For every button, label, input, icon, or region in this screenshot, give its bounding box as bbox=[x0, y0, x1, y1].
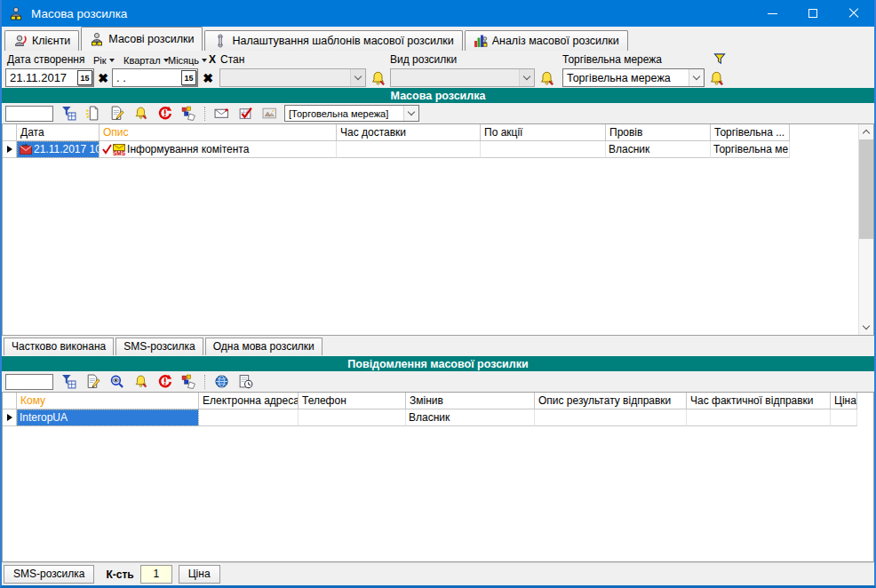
cell-conducted[interactable]: Власник bbox=[606, 141, 711, 158]
close-icon bbox=[848, 8, 859, 19]
tab-one-language[interactable]: Одна мова розсилки bbox=[205, 338, 323, 356]
quick-filter-icon[interactable] bbox=[60, 105, 77, 123]
reminder-bell-icon[interactable] bbox=[131, 373, 149, 391]
date-to-picker-button[interactable]: 15 bbox=[181, 70, 196, 85]
column-changed-by[interactable]: Змінив bbox=[406, 393, 535, 409]
column-trade-network[interactable]: Торгівельна ... bbox=[711, 124, 790, 141]
refresh-icon[interactable] bbox=[155, 373, 173, 391]
maximize-button[interactable] bbox=[792, 0, 833, 27]
chevron-down-icon bbox=[863, 322, 870, 330]
refresh-icon[interactable] bbox=[155, 105, 173, 123]
mass-mailings-icon bbox=[90, 32, 104, 46]
state-bell-button[interactable] bbox=[370, 70, 387, 88]
clear-date-to-button[interactable] bbox=[200, 69, 216, 86]
message-row[interactable]: InteropUA Власник bbox=[3, 409, 873, 426]
cell-delivery-time[interactable] bbox=[337, 141, 481, 158]
mailing-filter-tabs: Частково виконана SMS-розсилка Одна мова… bbox=[2, 336, 874, 355]
cell-price[interactable] bbox=[831, 409, 857, 426]
mailing-grid-scrollbar[interactable] bbox=[858, 124, 873, 335]
year-menu[interactable]: Рік bbox=[93, 55, 115, 66]
labels-icon[interactable] bbox=[179, 373, 197, 391]
state-combo[interactable] bbox=[219, 68, 366, 87]
trade-network-combo[interactable]: Торгівельна мережа bbox=[562, 68, 705, 87]
cell-actual-time[interactable] bbox=[687, 409, 831, 426]
scroll-up-button[interactable] bbox=[859, 124, 873, 139]
trade-network-combo-dropdown[interactable] bbox=[689, 69, 704, 86]
group-by-combo[interactable]: [Торговельна мережа] bbox=[284, 105, 419, 122]
date-from-input[interactable] bbox=[6, 71, 76, 84]
column-delivery-time[interactable]: Час доставки bbox=[337, 124, 481, 141]
clear-period-button[interactable]: X bbox=[209, 53, 216, 66]
cell-by-promo[interactable] bbox=[481, 141, 606, 158]
analysis-icon bbox=[474, 34, 488, 48]
column-conducted[interactable]: Провів bbox=[606, 124, 711, 141]
tab-templates-settings[interactable]: Налаштування шаблонів масової розсилки bbox=[204, 30, 462, 51]
history-icon[interactable] bbox=[236, 373, 254, 391]
column-by-promo[interactable]: По акції bbox=[481, 124, 606, 141]
new-record-icon[interactable] bbox=[84, 105, 101, 123]
clear-date-from-button[interactable] bbox=[95, 69, 111, 86]
messages-search-input[interactable] bbox=[5, 374, 53, 390]
mailing-type-bell-button[interactable] bbox=[538, 70, 556, 88]
quarter-menu[interactable]: Квартал bbox=[123, 55, 169, 66]
month-menu[interactable]: Місяць bbox=[168, 55, 207, 66]
date-from-field[interactable]: 15 bbox=[5, 68, 94, 87]
mark-sent-icon[interactable] bbox=[236, 105, 254, 123]
tab-sms-mailing[interactable]: SMS-розсилка bbox=[115, 338, 203, 356]
column-to[interactable]: Кому bbox=[17, 393, 199, 409]
column-description[interactable]: Опис bbox=[100, 124, 337, 141]
close-button[interactable] bbox=[833, 0, 874, 27]
tab-analysis[interactable]: Аналіз масової розсилки bbox=[465, 30, 628, 51]
cell-trade-network[interactable]: Торгівельна ме bbox=[711, 141, 790, 158]
cell-date[interactable]: 21.11.2017 10 bbox=[17, 141, 100, 158]
labels-icon[interactable] bbox=[179, 105, 197, 123]
scroll-down-button[interactable] bbox=[859, 320, 873, 335]
status-tab-price[interactable]: Ціна bbox=[179, 565, 220, 584]
done-check-icon bbox=[102, 144, 112, 155]
scrollbar-thumb[interactable] bbox=[859, 139, 873, 239]
quick-filter-icon[interactable] bbox=[60, 373, 77, 391]
messages-grid: Кому Електронна адреса Телефон Змінив Оп… bbox=[2, 392, 874, 562]
date-to-field[interactable]: 15 bbox=[112, 68, 198, 87]
mailing-type-combo[interactable] bbox=[390, 68, 535, 87]
preview-icon[interactable] bbox=[108, 373, 125, 391]
state-combo-dropdown[interactable] bbox=[350, 69, 365, 86]
group-by-combo-dropdown[interactable] bbox=[403, 106, 418, 121]
tab-clients[interactable]: Клієнти bbox=[4, 30, 79, 51]
send-mms-icon[interactable] bbox=[260, 105, 278, 123]
column-email[interactable]: Електронна адреса bbox=[199, 393, 299, 409]
column-result[interactable]: Опис результату відправки bbox=[535, 393, 687, 409]
tab-mass-mailings[interactable]: Масові розсилки bbox=[81, 27, 203, 51]
trade-network-bell-button[interactable] bbox=[708, 70, 726, 88]
messages-grid-empty-area bbox=[3, 426, 873, 561]
date-from-picker-button[interactable]: 15 bbox=[77, 70, 92, 85]
reminder-bell-icon[interactable] bbox=[131, 105, 149, 123]
web-icon[interactable] bbox=[212, 373, 230, 391]
mailing-grid-empty-area bbox=[3, 158, 858, 335]
cell-to[interactable]: InteropUA bbox=[17, 409, 199, 426]
templates-settings-icon bbox=[213, 34, 227, 48]
date-to-input[interactable] bbox=[113, 71, 180, 84]
edit-record-icon[interactable] bbox=[108, 105, 125, 123]
maximize-icon bbox=[808, 9, 817, 18]
trade-network-label: Торгівельна мережа bbox=[562, 53, 662, 66]
status-tab-sms[interactable]: SMS-розсилка bbox=[4, 565, 94, 584]
column-price[interactable]: Ціна bbox=[831, 393, 857, 409]
cell-result[interactable] bbox=[535, 409, 687, 426]
cell-description[interactable]: SMS Інформування комітента bbox=[100, 141, 337, 158]
mailing-row[interactable]: 21.11.2017 10 SMS Інформування комітента… bbox=[3, 141, 858, 158]
cell-email[interactable] bbox=[199, 409, 299, 426]
column-date[interactable]: Дата bbox=[17, 124, 100, 141]
cell-changed-by[interactable]: Власник bbox=[406, 409, 535, 426]
send-email-icon[interactable] bbox=[212, 105, 230, 123]
column-actual-time[interactable]: Час фактичної відправки bbox=[687, 393, 831, 409]
cell-phone[interactable] bbox=[299, 409, 406, 426]
mailing-search-input[interactable] bbox=[5, 106, 53, 122]
scrollbar-track[interactable] bbox=[859, 139, 873, 320]
filter-funnel-icon[interactable] bbox=[713, 52, 729, 67]
column-phone[interactable]: Телефон bbox=[299, 393, 406, 409]
edit-record-icon[interactable] bbox=[84, 373, 101, 391]
tab-partially-done[interactable]: Частково виконана bbox=[4, 338, 114, 356]
minimize-button[interactable] bbox=[752, 0, 792, 27]
mailing-type-combo-dropdown[interactable] bbox=[519, 69, 534, 86]
